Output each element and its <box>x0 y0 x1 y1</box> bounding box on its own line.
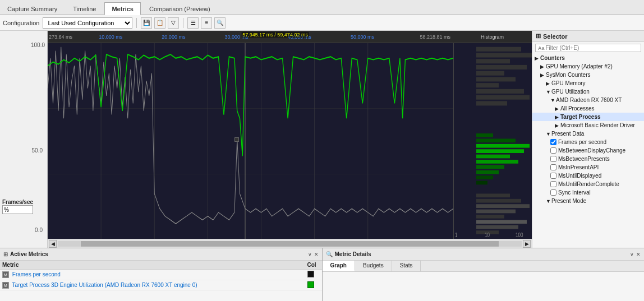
tree-label: GPU Utilization <box>551 89 590 95</box>
active-metrics-close-btn[interactable]: ✕ <box>314 252 319 257</box>
tree-item-target-process[interactable]: ▶ Target Process <box>532 113 644 121</box>
svg-rect-9 <box>476 47 521 52</box>
chart-histogram-wrapper: 273.64 ms 10,000 ms 20,000 ms 30,000 ms … <box>48 31 532 248</box>
main-chart[interactable] <box>48 43 453 239</box>
metric-cell-1: M Frames per second <box>0 270 305 280</box>
metrics-table: Metric Col M Frames per second M <box>0 261 322 291</box>
ms-between-presents-checkbox[interactable] <box>550 156 556 162</box>
metric-row-2[interactable]: M Target Process 3D Engine Utilization (… <box>0 280 322 291</box>
tree-item-ms-between-display[interactable]: MsBetweenDisplayChange <box>532 146 644 155</box>
metric-link-1[interactable]: Frames per second <box>12 271 61 277</box>
tree-label: GPU Memory (Adapter #2) <box>546 63 613 70</box>
metric-details-header: 🔍 Metric Details ∨ ✕ <box>323 248 645 261</box>
tree-arrow: ▼ <box>546 89 551 95</box>
scroll-right-btn[interactable]: ▶ <box>523 240 531 248</box>
tree-item-ms-between-presents[interactable]: MsBetweenPresents <box>532 155 644 163</box>
tree-item-counters[interactable]: ▶ Counters <box>532 54 644 62</box>
chart-row: 1 10 100 <box>48 43 532 239</box>
chart-svg <box>48 43 453 239</box>
tab-capture-summary[interactable]: Capture Summary <box>0 2 65 15</box>
tree-item-sync-interval[interactable]: Sync Interval <box>532 188 644 197</box>
frames-info: Frames/sec <box>2 199 33 214</box>
y-label-100: 100.0 <box>2 42 45 48</box>
bottom-area: ⊞ Active Metrics ∨ ✕ Metric Col M Frames… <box>0 248 644 301</box>
tree-label: All Processes <box>560 105 595 112</box>
col-metric: Metric <box>0 261 305 270</box>
metric-details-icon: 🔍 <box>326 251 333 257</box>
top-tabs-bar: Capture Summary Timeline Metrics Compari… <box>0 0 644 15</box>
sync-interval-checkbox[interactable] <box>550 189 556 196</box>
tree-item-ms-until-render[interactable]: MsUntilRenderComplete <box>532 180 644 188</box>
svg-rect-11 <box>476 59 510 63</box>
tree-label: Present Data <box>551 131 584 137</box>
active-metrics-collapse-btn[interactable]: ∨ <box>308 252 312 257</box>
tree-item-gpu-utilization[interactable]: ▼ GPU Utilization <box>532 87 644 96</box>
toolbar-list-btn[interactable]: ☰ <box>187 17 199 29</box>
metric-details-close-btn[interactable]: ✕ <box>636 252 641 257</box>
svg-text:1: 1 <box>455 231 457 238</box>
toolbar-search-btn[interactable]: 🔍 <box>214 17 226 29</box>
tree-item-ms-until-displayed[interactable]: MsUntilDisplayed <box>532 172 644 180</box>
tree-item-all-processes[interactable]: ▶ All Processes <box>532 104 644 113</box>
metric-row-1[interactable]: M Frames per second <box>0 270 322 280</box>
toolbar-separator2 <box>183 18 183 28</box>
tree-item-amd-radeon[interactable]: ▼ AMD Radeon RX 7600 XT <box>532 96 644 104</box>
tree-label: Microsoft Basic Render Driver <box>560 122 635 128</box>
tab-comparison[interactable]: Comparison (Preview) <box>142 2 218 15</box>
toolbar-copy-btn[interactable]: 📋 <box>154 17 165 29</box>
tree-item-gpu-memory[interactable]: ▶ GPU Memory <box>532 79 644 87</box>
filter-input[interactable] <box>546 45 638 51</box>
ms-between-display-checkbox[interactable] <box>550 147 556 154</box>
tab-timeline[interactable]: Timeline <box>66 2 103 15</box>
metric-details-collapse-btn[interactable]: ∨ <box>630 252 634 257</box>
toolbar-list2-btn[interactable]: ≡ <box>201 17 212 29</box>
svg-rect-12 <box>476 65 527 70</box>
metric-link-2[interactable]: Target Process 3D Engine Utilization (AM… <box>12 282 197 288</box>
tree-item-present-data[interactable]: ▼ Present Data <box>532 129 644 138</box>
metric-color-2 <box>305 280 322 291</box>
detail-tab-budgets[interactable]: Budgets <box>355 261 392 271</box>
tree-label: MsUntilRenderComplete <box>558 181 619 187</box>
svg-rect-20 <box>476 138 516 142</box>
tree-arrow: ▶ <box>546 81 551 86</box>
detail-tab-graph[interactable]: Graph <box>323 261 355 271</box>
scroll-left-btn[interactable]: ◀ <box>49 240 57 248</box>
svg-rect-30 <box>476 199 521 203</box>
filter-box[interactable]: Aa <box>535 44 641 52</box>
tree-item-present-mode[interactable]: ▼ Present Mode <box>532 197 644 205</box>
y-label-50: 50.0 <box>32 147 43 154</box>
tree-arrow: ▶ <box>540 72 546 78</box>
histogram-axis-label: Histogram <box>481 34 504 40</box>
tree-label: Present Mode <box>551 198 586 204</box>
tree-arrow: ▶ <box>540 64 546 70</box>
ms-until-render-checkbox[interactable] <box>550 181 556 187</box>
tree-item-gpu-memory-adapter[interactable]: ▶ GPU Memory (Adapter #2) <box>532 62 644 71</box>
svg-rect-13 <box>476 71 504 76</box>
svg-rect-15 <box>476 83 499 87</box>
ms-in-present-checkbox[interactable] <box>550 164 556 170</box>
tree-label: MsUntilDisplayed <box>558 173 601 179</box>
toolbar-dropdown-btn[interactable]: ▽ <box>168 17 179 29</box>
tree-label: MsInPresentAPI <box>558 164 599 170</box>
scroll-bar[interactable]: ◀ ▶ <box>48 239 532 248</box>
tree-arrow: ▶ <box>555 106 560 112</box>
scroll-thumb[interactable] <box>81 241 498 247</box>
tree-item-ms-basic-render[interactable]: ▶ Microsoft Basic Render Driver <box>532 121 644 129</box>
tab-metrics[interactable]: Metrics <box>104 2 141 15</box>
tree-item-sysmon[interactable]: ▶ SysMon Counters <box>532 71 644 79</box>
svg-rect-24 <box>476 160 518 164</box>
frames-per-sec-checkbox[interactable] <box>550 139 556 145</box>
color-swatch-2 <box>307 281 314 288</box>
scroll-track[interactable] <box>58 241 522 247</box>
svg-rect-17 <box>476 95 530 100</box>
main-area: 100.0 Frames/sec 50.0 0.0 273.64 ms 10,0… <box>0 31 644 248</box>
ms-until-displayed-checkbox[interactable] <box>550 173 556 179</box>
toolbar-save-btn[interactable]: 💾 <box>141 17 152 29</box>
tree-item-ms-in-present[interactable]: MsInPresentAPI <box>532 163 644 172</box>
config-select[interactable]: Last Used Configuration Default Custom <box>43 17 132 29</box>
tree-item-frames-per-sec[interactable]: Frames per second <box>532 138 644 146</box>
frames-unit-input[interactable] <box>2 205 33 214</box>
tree-arrow: ▶ <box>555 114 560 120</box>
detail-tab-stats[interactable]: Stats <box>392 261 421 271</box>
active-metrics-title: Active Metrics <box>10 251 306 257</box>
